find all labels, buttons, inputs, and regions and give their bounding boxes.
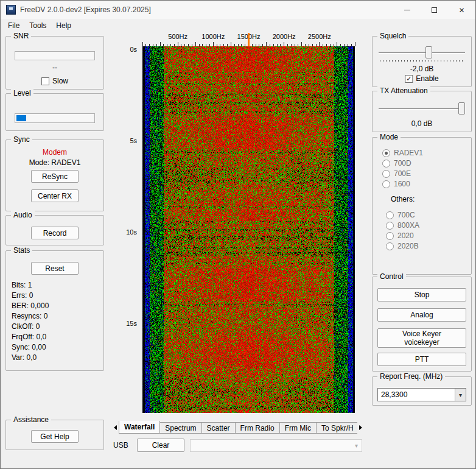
minimize-button[interactable]	[393, 1, 421, 19]
ptt-button[interactable]: PTT	[377, 353, 466, 366]
audio-group: Audio Record	[5, 215, 104, 245]
radio-icon	[386, 222, 394, 230]
maximize-icon	[432, 7, 437, 13]
mode-radio-2020[interactable]: 2020	[386, 231, 414, 240]
snr-group: SNR -- Slow	[5, 36, 104, 90]
time-label: 5s	[130, 137, 137, 144]
sync-group: Sync Modem Mode: RADEV1 ReSync Center RX	[5, 139, 104, 211]
tab-frm-mic[interactable]: Frm Mic	[280, 422, 317, 434]
mode-700c-label: 700C	[397, 211, 415, 219]
squelch-slider-thumb[interactable]	[425, 46, 432, 58]
app-icon	[6, 5, 16, 15]
checkbox-icon	[41, 77, 49, 85]
voice-keyer-label: Voice Keyer voicekeyer	[402, 330, 441, 347]
arrow-left-icon	[111, 425, 117, 430]
checkbox-checked-icon	[405, 75, 413, 83]
chevron-down-icon[interactable]	[351, 440, 362, 451]
mode-group: Mode RADEV1 700D 700E 1600 Others: 700C …	[372, 137, 472, 275]
rx-frequency-cursor[interactable]	[248, 33, 250, 46]
mode-radio-radev1[interactable]: RADEV1	[382, 149, 423, 157]
plot-tabs: Waterfall Spectrum Scatter Frm Radio Frm…	[119, 421, 357, 434]
waterfall-canvas[interactable]	[142, 46, 355, 413]
tab-spectrum[interactable]: Spectrum	[160, 422, 201, 434]
get-help-button[interactable]: Get Help	[31, 430, 79, 443]
tab-waterfall[interactable]: Waterfall	[119, 421, 160, 434]
menu-bar: File Tools Help	[1, 19, 475, 32]
stat-bits: Bits: 1	[12, 280, 49, 291]
report-freq-group: Report Freq. (MHz) 28,3300	[372, 376, 472, 406]
mode-radio-1600[interactable]: 1600	[382, 180, 410, 188]
tabs-scroll-left-button[interactable]	[111, 421, 119, 434]
radio-icon	[386, 232, 394, 240]
freq-tick	[319, 42, 320, 46]
freq-tick	[301, 42, 302, 46]
mode-radio-800xa[interactable]: 800XA	[386, 221, 419, 230]
squelch-slider-track	[379, 52, 465, 54]
record-button[interactable]: Record	[31, 227, 79, 239]
title-bar[interactable]: FreeDV 2.0.0-dev2 [Expires 30.07.2025]	[1, 1, 475, 19]
menu-help[interactable]: Help	[51, 20, 76, 31]
freq-tick	[213, 42, 214, 46]
voice-keyer-button[interactable]: Voice Keyer voicekeyer	[377, 328, 466, 348]
report-freq-group-label: Report Freq. (MHz)	[377, 372, 445, 381]
mode-group-label: Mode	[377, 133, 401, 141]
stop-button[interactable]: Stop	[377, 288, 466, 302]
clear-button[interactable]: Clear	[137, 439, 184, 452]
tab-frm-radio[interactable]: Frm Radio	[236, 422, 280, 434]
snr-group-label: SNR	[11, 32, 31, 40]
menu-file[interactable]: File	[3, 20, 24, 31]
freq-tick	[337, 42, 337, 46]
waterfall-plot[interactable]	[142, 46, 355, 413]
squelch-enable-checkbox[interactable]: Enable	[405, 74, 438, 83]
radio-icon	[382, 170, 390, 178]
snr-value: --	[6, 63, 103, 72]
level-meter-fill	[16, 115, 26, 121]
freq-label: 1000Hz	[201, 33, 225, 40]
stat-ber: BER: 0,000	[12, 301, 49, 311]
reset-button[interactable]: Reset	[31, 262, 79, 275]
snr-slow-checkbox[interactable]: Slow	[41, 77, 68, 85]
report-freq-value: 28,3300	[378, 390, 455, 399]
radio-icon	[382, 180, 390, 188]
time-axis: 0s5s10s15s	[119, 46, 139, 413]
mode-radio-2020b[interactable]: 2020B	[386, 242, 419, 250]
tx-attenuation-slider-thumb[interactable]	[458, 102, 465, 115]
callsign-combo[interactable]	[190, 439, 362, 452]
mode-1600-label: 1600	[394, 180, 410, 188]
tab-to-spkr[interactable]: To Spkr/H	[317, 422, 357, 434]
frequency-axis: 500Hz1000Hz1500Hz2000Hz2500Hz	[142, 33, 355, 46]
audio-group-label: Audio	[11, 211, 35, 219]
snr-meter	[15, 51, 95, 60]
tx-attenuation-slider[interactable]	[379, 102, 465, 115]
sync-mode-text: Mode: RADEV1	[6, 158, 103, 167]
dropdown-arrow-icon[interactable]	[455, 389, 466, 401]
menu-tools[interactable]: Tools	[24, 20, 51, 31]
mode-radio-700d[interactable]: 700D	[382, 159, 411, 168]
squelch-value: -2,0 dB	[373, 65, 471, 73]
mode-700d-label: 700D	[394, 159, 411, 168]
freq-label: 500Hz	[168, 33, 187, 40]
resync-button[interactable]: ReSync	[31, 170, 79, 183]
freq-tick	[355, 42, 355, 46]
center-rx-button[interactable]: Center RX	[31, 189, 79, 202]
freq-tick	[284, 42, 284, 46]
maximize-button[interactable]	[421, 1, 448, 19]
stats-group: Stats Reset Bits: 1 Errs: 0 BER: 0,000 R…	[5, 250, 104, 371]
window-controls	[393, 1, 475, 19]
sideband-mode-label: USB	[113, 441, 128, 450]
mode-radio-700e[interactable]: 700E	[382, 169, 411, 178]
freq-tick	[231, 42, 231, 46]
tx-attenuation-group-label: TX Attenuation	[377, 86, 430, 95]
mode-radio-700c[interactable]: 700C	[386, 211, 415, 219]
squelch-slider[interactable]	[379, 46, 465, 58]
report-freq-combo[interactable]: 28,3300	[377, 388, 466, 401]
freq-tick	[142, 42, 143, 46]
freedv-window: FreeDV 2.0.0-dev2 [Expires 30.07.2025] F…	[0, 0, 476, 469]
analog-button[interactable]: Analog	[377, 308, 466, 322]
control-group: Control Stop Analog Voice Keyer voicekey…	[372, 277, 472, 372]
tab-scatter[interactable]: Scatter	[202, 422, 236, 434]
tabs-scroll-right-button[interactable]	[357, 421, 365, 434]
close-button[interactable]	[448, 1, 475, 19]
control-group-label: Control	[377, 272, 406, 281]
freq-tick	[266, 42, 267, 46]
